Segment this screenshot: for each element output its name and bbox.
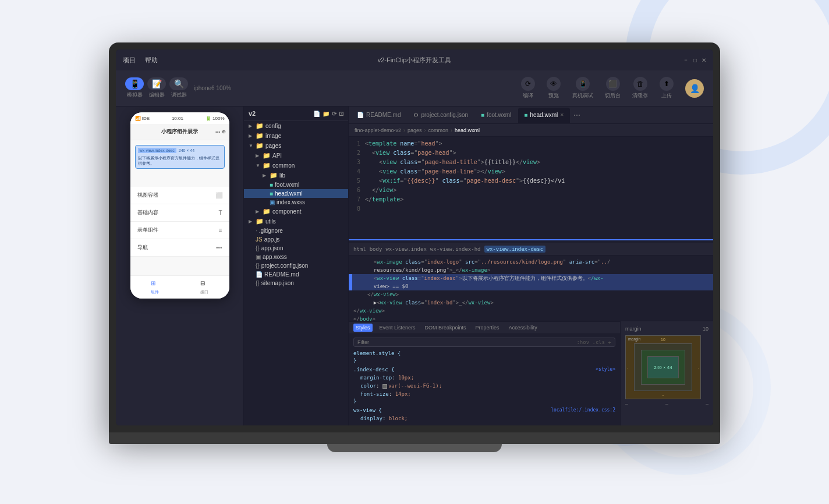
action-background[interactable]: ⬛ 切后台 xyxy=(605,77,621,100)
style-rule-wxview: wx-view { localfile:/.index.css:2 displa… xyxy=(353,407,615,423)
tree-image[interactable]: ▶ 📁 image xyxy=(244,131,348,141)
phone-nav-dots[interactable]: ••• ⊕ xyxy=(215,129,226,134)
tab-close-icon[interactable]: ✕ xyxy=(560,112,564,118)
refresh-tree-icon[interactable]: ⟳ xyxy=(332,111,336,117)
tree-pages[interactable]: ▼ 📁 pages xyxy=(244,141,348,151)
action-compile[interactable]: ⟳ 编译 xyxy=(521,77,535,100)
phone-tab-components[interactable]: ⊞ 组件 xyxy=(151,280,159,295)
bottom-panel: html body wx-view.index wx-view.index-hd… xyxy=(349,239,713,425)
tree-arrow-config: ▶ xyxy=(249,123,256,129)
tree-arrow-lib: ▶ xyxy=(263,173,270,178)
code-editor[interactable]: 1 <template name="head"> 2 <view class="… xyxy=(349,137,713,239)
tab-readme[interactable]: 📄 README.md xyxy=(351,108,406,123)
html-tab-body[interactable]: body xyxy=(370,246,382,252)
action-upload[interactable]: ⬆ 上传 xyxy=(660,77,674,100)
editor-icon: 📝 xyxy=(147,77,166,90)
titlebar-menu-area: 项目 帮助 xyxy=(123,56,158,65)
element-highlight: wx-view.index-desc 240 × 44 以下将展示小程序官方组件… xyxy=(135,145,225,169)
minimize-btn[interactable]: － xyxy=(683,56,689,64)
html-tab-wxview-index[interactable]: wx-view.index xyxy=(385,246,426,252)
tree-label-readme: README.md xyxy=(264,271,299,278)
main-layout: 📶 IDE 10:01 🔋 100% 小程序组件展示 ••• ⊕ xyxy=(116,107,713,425)
tree-label-component: component xyxy=(272,208,301,215)
collapse-tree-icon[interactable]: ⊡ xyxy=(339,111,343,117)
style-color: color: var(--weui-FG-1); xyxy=(353,382,615,390)
simulator-label: 模拟器 xyxy=(127,91,143,99)
folder-icon-lib: 📁 xyxy=(270,172,278,179)
tab-foot-icon: ■ xyxy=(481,112,484,118)
tree-arrow-pages: ▼ xyxy=(249,143,256,148)
menu-help[interactable]: 帮助 xyxy=(145,56,158,65)
tree-sitemap[interactable]: ▶ {} sitemap.json xyxy=(244,279,348,288)
tree-index-wxss[interactable]: ▶ ▣ index.wxss xyxy=(244,198,348,207)
preview-label: 预览 xyxy=(548,92,559,100)
tree-label-site: sitemap.json xyxy=(261,280,294,286)
new-file-icon[interactable]: 📄 xyxy=(313,111,320,117)
user-avatar[interactable]: 👤 xyxy=(685,79,704,98)
html-tab-html[interactable]: html xyxy=(353,246,366,252)
more-tabs-icon[interactable]: ⋯ xyxy=(573,111,580,119)
phone-tabbar: ⊞ 组件 ⊟ 接口 xyxy=(130,275,229,299)
dom-breakpoints-tab[interactable]: DOM Breakpoints xyxy=(423,324,469,332)
html-tab-wxview-hd[interactable]: wx-view.index-hd xyxy=(430,246,481,252)
action-preview[interactable]: 👁 预览 xyxy=(547,77,561,100)
styles-tab[interactable]: Styles xyxy=(353,324,373,332)
tree-label-proj: project.config.json xyxy=(261,262,309,269)
tab-project-config[interactable]: ⚙ project.config.json xyxy=(408,108,474,123)
menu-project[interactable]: 项目 xyxy=(123,56,136,65)
btn-editor[interactable]: 📝 编辑器 xyxy=(147,77,166,99)
tree-arrow-image: ▶ xyxy=(249,133,256,139)
accessibility-tab[interactable]: Accessibility xyxy=(506,324,540,332)
tree-api[interactable]: ▶ 📁 API xyxy=(244,151,348,161)
tab-head-wxml[interactable]: ■ head.wxml ✕ xyxy=(518,108,570,123)
app-window: 项目 帮助 v2-FinClip小程序开发工具 － □ ✕ 📱 模拟器 xyxy=(116,49,713,425)
styles-panel: Styles Event Listeners DOM Breakpoints P… xyxy=(349,321,620,425)
menu-item-form[interactable]: 表单组件 ≡ xyxy=(130,222,229,239)
tree-component[interactable]: ▶ 📁 component xyxy=(244,207,348,216)
style-filter-input[interactable] xyxy=(357,339,404,345)
menu-item-nav[interactable]: 导航 ••• xyxy=(130,239,229,257)
html-tab-wxview-desc[interactable]: wx-view.index-desc xyxy=(484,246,546,253)
tree-gitignore[interactable]: ▶ · .gitignore xyxy=(244,226,348,235)
box-model-panel: margin 10 margin 10 - - xyxy=(620,321,713,425)
tab-head-icon: ■ xyxy=(524,112,527,118)
tab-foot-label: foot.wxml xyxy=(487,112,511,118)
phone-tab-api[interactable]: ⊟ 接口 xyxy=(200,280,208,295)
style-filter: :hov .cls + xyxy=(353,338,615,347)
btn-debugger[interactable]: 🔍 调试器 xyxy=(169,77,188,99)
tree-lib[interactable]: ▶ 📁 lib xyxy=(244,171,348,180)
compile-icon: ⟳ xyxy=(521,77,535,91)
action-clear-cache[interactable]: 🗑 清缓存 xyxy=(632,77,648,100)
tab-foot-wxml[interactable]: ■ foot.wxml xyxy=(475,108,517,123)
clear-cache-icon: 🗑 xyxy=(633,77,647,91)
tree-appjson[interactable]: ▶ {} app.json xyxy=(244,244,348,253)
btn-simulator[interactable]: 📱 模拟器 xyxy=(125,77,144,99)
event-listeners-tab[interactable]: Event Listeners xyxy=(377,324,418,332)
properties-tab[interactable]: Properties xyxy=(473,324,502,332)
tree-label-foot: foot.wxml xyxy=(275,182,299,188)
phone-frame: 📶 IDE 10:01 🔋 100% 小程序组件展示 ••• ⊕ xyxy=(130,112,229,299)
tree-appjs[interactable]: ▶ JS app.js xyxy=(244,235,348,244)
action-device-debug[interactable]: 📱 真机调试 xyxy=(572,77,593,100)
style-rule-index-desc: .index-desc { <style> margin-top: 10px; … xyxy=(353,367,615,404)
window-controls: － □ ✕ xyxy=(683,56,706,64)
index-desc-header: .index-desc { <style> xyxy=(353,367,615,374)
compile-label: 编译 xyxy=(523,92,533,100)
menu-item-basic[interactable]: 基础内容 T xyxy=(130,204,229,222)
breadcrumb: fino-applet-demo-v2 › pages › common › h… xyxy=(349,124,713,137)
tree-appwxss[interactable]: ▶ ▣ app.wxss xyxy=(244,253,348,261)
tree-utils[interactable]: ▶ 📁 utils xyxy=(244,216,348,226)
tree-projectjson[interactable]: ▶ {} project.config.json xyxy=(244,261,348,270)
tree-head-wxml[interactable]: ▶ ■ head.wxml xyxy=(244,189,348,198)
close-btn[interactable]: ✕ xyxy=(702,57,706,63)
tab-api-label: 接口 xyxy=(200,289,208,295)
tree-common[interactable]: ▼ 📁 common xyxy=(244,161,348,171)
new-folder-icon[interactable]: 📁 xyxy=(323,111,330,117)
tree-readme[interactable]: ▶ 📄 README.md xyxy=(244,270,348,279)
tree-config[interactable]: ▶ 📁 config xyxy=(244,121,348,131)
menu-item-views[interactable]: 视图容器 ⬜ xyxy=(130,187,229,204)
maximize-btn[interactable]: □ xyxy=(693,57,697,63)
sim-info: iphone6 100% xyxy=(194,85,231,91)
breadcrumb-file: head.wxml xyxy=(455,127,480,133)
tree-foot-wxml[interactable]: ▶ ■ foot.wxml xyxy=(244,180,348,189)
